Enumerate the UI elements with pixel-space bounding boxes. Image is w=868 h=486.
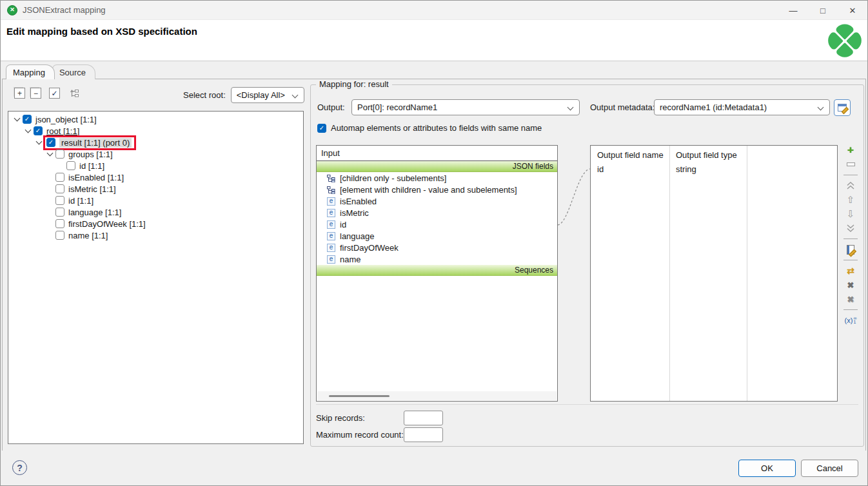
output-row-name[interactable]: id	[597, 164, 604, 174]
edit-metadata-button[interactable]	[834, 99, 851, 116]
tree-item-isenabled[interactable]: isEnabled [1:1]	[8, 171, 303, 183]
automap-checkbox[interactable]	[317, 124, 326, 133]
output-port-combo[interactable]: Port[0]: recordName1	[351, 99, 580, 115]
skip-records-label: Skip records:	[316, 413, 365, 423]
skip-records-input[interactable]	[404, 411, 443, 425]
move-up-icon[interactable]: ⇧	[847, 193, 855, 206]
input-item-firstdayofweek[interactable]: firstDayOfWeek	[317, 242, 557, 253]
tree-item-firstdayofweek[interactable]: firstDayOfWeek [1:1]	[8, 218, 303, 229]
horizontal-scrollbar[interactable]	[317, 391, 557, 400]
element-icon	[327, 232, 335, 240]
tree-item-name[interactable]: name [1:1]	[8, 229, 303, 241]
tab-source[interactable]: Source	[52, 64, 95, 79]
mapping-tab-content: + − ✓ Select root: <Display All>	[2, 79, 866, 451]
move-top-icon[interactable]	[846, 179, 855, 192]
tab-bar: Mapping Source	[6, 64, 95, 79]
output-metadata-combo[interactable]: recordName1 (id:Metadata1)	[654, 99, 830, 115]
tree-sort-icon[interactable]	[69, 88, 79, 99]
maximize-button[interactable]: □	[808, 1, 838, 20]
max-record-count-input[interactable]	[404, 427, 443, 442]
input-table-header: Input	[317, 146, 557, 161]
checkbox-unchecked[interactable]	[66, 161, 75, 170]
jsonextract-mapping-dialog: JSONExtract mapping — □ ✕ Edit mapping b…	[0, 0, 868, 486]
chevron-down-icon[interactable]	[23, 126, 34, 136]
clover-logo	[824, 19, 865, 61]
divider	[316, 404, 858, 405]
tree-item-json-object[interactable]: json_object [1:1]	[8, 113, 303, 125]
checkbox-unchecked[interactable]	[55, 150, 64, 159]
output-port-value: Port[0]: recordName1	[357, 102, 437, 112]
minimize-button[interactable]: —	[778, 1, 808, 20]
checkbox-checked[interactable]	[23, 115, 32, 124]
tree-item-ismetric[interactable]: isMetric [1:1]	[8, 183, 303, 195]
input-item-ismetric[interactable]: isMetric	[317, 207, 557, 219]
clear-all-mappings-icon[interactable]: ✖	[847, 293, 854, 306]
close-button[interactable]: ✕	[838, 1, 867, 20]
select-root-value: <Display All>	[237, 90, 285, 100]
xsd-tree: json_object [1:1] root [1:1] result [1:1…	[8, 111, 304, 444]
element-icon	[327, 197, 335, 206]
mapping-group: Mapping for: result Output: Port[0]: rec…	[310, 84, 864, 447]
checkbox-checked[interactable]	[34, 126, 43, 135]
output-field-type-header: Output field type	[676, 150, 737, 160]
element-icon	[327, 255, 335, 264]
add-field-icon[interactable]: +	[847, 144, 854, 157]
element-icon	[327, 209, 335, 217]
automap-icon[interactable]: ⇄	[847, 264, 854, 277]
cardinality-icon[interactable]: (x)∞1	[845, 314, 857, 327]
chevron-down-icon[interactable]	[34, 137, 44, 148]
red-highlight-box: result [1:1] (port 0)	[43, 135, 136, 150]
expand-all-icon[interactable]: +	[14, 88, 25, 99]
tree-item-groups-id[interactable]: id [1:1]	[8, 160, 303, 171]
input-item-id[interactable]: id	[317, 219, 557, 230]
input-item-language[interactable]: language	[317, 230, 557, 242]
ok-button[interactable]: OK	[738, 460, 796, 477]
tab-mapping[interactable]: Mapping	[6, 64, 55, 79]
tree-item-groups[interactable]: groups [1:1]	[8, 148, 303, 160]
check-all-icon[interactable]: ✓	[49, 88, 60, 99]
output-fields-table: Output field name Output field type id s…	[590, 145, 838, 402]
hierarchy-icon	[327, 174, 335, 182]
scrollbar-thumb[interactable]	[329, 395, 390, 397]
move-down-icon[interactable]: ⇩	[847, 208, 855, 220]
clear-mapping-icon[interactable]: ✖	[847, 278, 854, 291]
input-item-children-only[interactable]: [children only - subelements]	[317, 172, 557, 184]
button-bar: ? OK Cancel	[1, 451, 867, 485]
mapping-connector-line	[558, 161, 590, 229]
input-fields-table: Input JSON fields [children only - subel…	[316, 145, 558, 402]
checkbox-checked[interactable]	[46, 138, 55, 147]
app-clover-icon	[7, 5, 17, 15]
checkbox-unchecked[interactable]	[55, 196, 64, 205]
collapse-all-icon[interactable]: −	[30, 88, 41, 99]
tree-item-result[interactable]: result [1:1] (port 0)	[8, 137, 303, 148]
group-title: Mapping for: result	[316, 79, 392, 89]
help-icon[interactable]: ?	[12, 460, 27, 475]
checkbox-unchecked[interactable]	[55, 173, 64, 182]
tree-item-language[interactable]: language [1:1]	[8, 206, 303, 218]
move-bottom-icon[interactable]	[846, 222, 855, 235]
chevron-down-icon[interactable]	[45, 149, 55, 159]
select-root-combo[interactable]: <Display All>	[231, 87, 304, 103]
cancel-button[interactable]: Cancel	[801, 460, 858, 477]
remove-field-icon[interactable]	[847, 158, 855, 171]
edit-metadata-page-icon[interactable]	[847, 243, 854, 256]
chevron-down-icon[interactable]	[12, 114, 23, 124]
window-title: JSONExtract mapping	[23, 5, 106, 15]
tree-item-id[interactable]: id [1:1]	[8, 195, 303, 206]
input-item-element-with-children[interactable]: [element with children - value and subel…	[317, 184, 557, 195]
title-bar: JSONExtract mapping — □ ✕	[1, 1, 867, 20]
tree-toolbar: + − ✓	[14, 88, 79, 99]
output-field-name-header: Output field name	[597, 150, 664, 160]
field-toolbar: + ⇧ ⇩ ⇄ ✖ ✖ (x)∞1	[841, 143, 860, 327]
checkbox-unchecked[interactable]	[55, 219, 64, 228]
dialog-header: Edit mapping based on XSD specification	[1, 20, 867, 61]
checkbox-unchecked[interactable]	[55, 184, 64, 193]
element-icon	[327, 220, 335, 229]
page-title: Edit mapping based on XSD specification	[6, 26, 197, 37]
output-metadata-label: Output metadata:	[590, 102, 655, 112]
input-item-isenabled[interactable]: isEnabled	[317, 195, 557, 207]
checkbox-unchecked[interactable]	[55, 231, 64, 240]
checkbox-unchecked[interactable]	[55, 208, 64, 217]
output-row-type[interactable]: string	[676, 164, 696, 174]
input-item-name[interactable]: name	[317, 253, 557, 265]
